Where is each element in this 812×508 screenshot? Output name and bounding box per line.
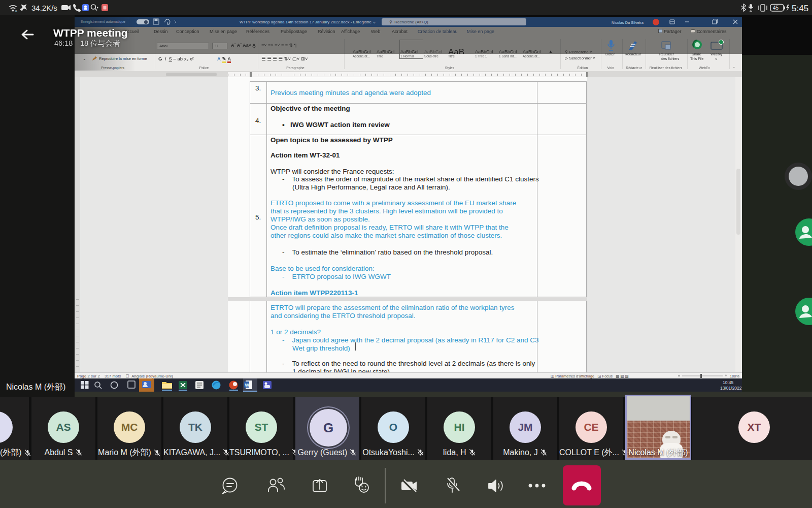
svg-text:13/01/2022: 13/01/2022	[720, 386, 742, 391]
svg-text:45: 45	[773, 5, 779, 11]
svg-text:5:45: 5:45	[792, 4, 808, 13]
svg-text:100%: 100%	[730, 374, 739, 378]
svg-text:W: W	[245, 383, 250, 388]
svg-text:10:45: 10:45	[723, 380, 734, 385]
svg-text:6: 6	[15, 10, 17, 13]
svg-text:34.2K/s: 34.2K/s	[31, 4, 57, 12]
